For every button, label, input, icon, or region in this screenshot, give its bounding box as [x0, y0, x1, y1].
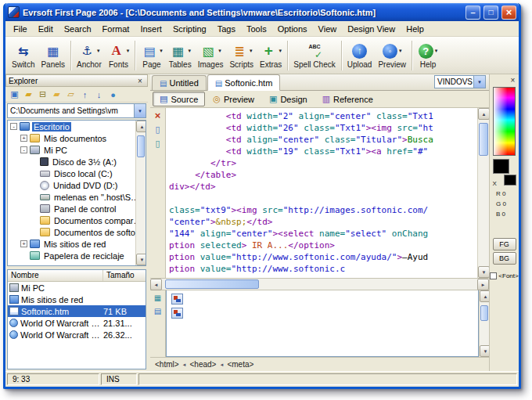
folder-tree-icon[interactable]: [37, 88, 49, 100]
tree-item-mi-pc[interactable]: -Mi PC: [8, 144, 146, 156]
editor-vertical-scrollbar[interactable]: [477, 108, 489, 278]
dropdown-arrow-icon[interactable]: ▾: [279, 48, 282, 54]
tag-path-meta[interactable]: <meta>: [227, 360, 253, 369]
minimize-button[interactable]: [466, 5, 480, 20]
menu-insert[interactable]: Insert: [135, 23, 167, 35]
grid-icon[interactable]: [153, 306, 163, 316]
tree-item-escritorio[interactable]: -Escritorio: [8, 121, 146, 132]
scroll-thumb[interactable]: [137, 135, 145, 157]
editor-horizontal-scrollbar[interactable]: [150, 279, 489, 290]
scroll-down-button[interactable]: [136, 254, 146, 265]
foreground-color-swatch[interactable]: [493, 159, 509, 174]
file-row-world-of-warcraft[interactable]: World Of Warcraft - ...26.32...: [8, 329, 146, 341]
view-tab-source[interactable]: Source: [153, 92, 205, 106]
dropdown-arrow-icon[interactable]: ▾: [218, 48, 221, 54]
desktop-icon[interactable]: [9, 88, 20, 100]
encoding-combobox[interactable]: VINDOVS: [434, 75, 486, 88]
dropdown-arrow-icon[interactable]: ▾: [188, 48, 191, 54]
tree-item-disco-local-c[interactable]: Disco local (C:): [8, 168, 146, 179]
scroll-track[interactable]: [478, 120, 489, 266]
maximize-button[interactable]: [483, 5, 498, 20]
layout-icon[interactable]: [153, 293, 163, 303]
dropdown-arrow-icon[interactable]: ▾: [127, 48, 130, 54]
arrow-up-icon[interactable]: [79, 88, 91, 100]
folder-closed-icon[interactable]: [51, 88, 63, 100]
tree-item-mis-documentos[interactable]: +Mis documentos: [8, 132, 146, 144]
menu-help[interactable]: Help: [401, 23, 430, 35]
images-button[interactable]: ▾Images: [195, 38, 227, 73]
column-header-size[interactable]: Tamaño: [103, 270, 146, 281]
fonts-button[interactable]: ▾Fonts: [105, 38, 133, 73]
tree-item-panel-de-control[interactable]: Panel de control: [8, 203, 146, 214]
tag-path-html[interactable]: <html>: [155, 360, 179, 369]
dropdown-arrow-icon[interactable]: ▾: [97, 48, 100, 54]
tag-path-head[interactable]: <head>: [190, 360, 217, 369]
extras-button[interactable]: ▾Extras: [257, 38, 285, 73]
scripts-button[interactable]: ▾Scripts: [226, 38, 257, 73]
title-bar[interactable]: Evrsoft First Page 2006 - [C:\Documents …: [5, 3, 519, 21]
panels-button[interactable]: Panels: [38, 38, 68, 73]
menu-format[interactable]: Format: [97, 23, 135, 35]
path-combobox[interactable]: C:\Documents and Settings\vm: [7, 103, 146, 118]
upload-button[interactable]: Upload: [344, 38, 376, 73]
scroll-left-button[interactable]: [150, 279, 162, 290]
tree-vertical-scrollbar[interactable]: [135, 121, 146, 265]
scroll-thumb[interactable]: [480, 305, 488, 321]
tree-expander-icon[interactable]: -: [10, 123, 17, 130]
explorer-close-icon[interactable]: [135, 76, 145, 85]
tree-item-mis-sitios-de-red[interactable]: +Mis sitios de red: [8, 238, 146, 250]
tree-expander-icon[interactable]: +: [20, 135, 27, 142]
folder-open-icon[interactable]: [65, 88, 77, 100]
color-panel-close-icon[interactable]: [508, 75, 518, 85]
scroll-thumb[interactable]: [479, 123, 488, 156]
menu-tags[interactable]: Tags: [212, 23, 241, 35]
view-tab-preview[interactable]: Preview: [206, 92, 261, 106]
close-button[interactable]: [501, 5, 516, 20]
assets-vertical-scrollbar[interactable]: [479, 290, 489, 357]
scroll-down-button[interactable]: [478, 266, 490, 278]
file-row-mi-pc[interactable]: Mi PC: [8, 282, 146, 294]
scroll-up-button[interactable]: [478, 108, 490, 120]
menu-options[interactable]: Options: [272, 23, 313, 35]
file-list[interactable]: Nombre Tamaño Mi PCMis sitios de redSoft…: [7, 269, 146, 369]
tree-item-melenas-en-host-shared-fo[interactable]: melenas en ".host\Shared Fo: [8, 191, 146, 203]
tree-item-papelera-de-reciclaje[interactable]: Papelera de reciclaje: [8, 250, 146, 261]
menu-scripting[interactable]: Scripting: [167, 23, 212, 35]
font-checkbox[interactable]: [490, 272, 497, 279]
folder-up-icon[interactable]: [23, 88, 34, 100]
dropdown-arrow-icon[interactable]: ▾: [435, 48, 438, 54]
menu-tools[interactable]: Tools: [241, 23, 272, 35]
page-button[interactable]: ▾Page: [138, 38, 166, 73]
tree-item-documentos-de-softonic[interactable]: Documentos de softonic: [8, 226, 146, 238]
preview-button[interactable]: ▾Preview: [375, 38, 409, 73]
scroll-track[interactable]: [136, 132, 146, 254]
dropdown-arrow-icon[interactable]: ▾: [399, 48, 402, 54]
color-spectrum[interactable]: [493, 87, 516, 156]
file-row-mis-sitios-de-red[interactable]: Mis sitios de red: [8, 294, 146, 305]
tables-button[interactable]: ▾Tables: [166, 38, 195, 73]
fg-button[interactable]: FG: [493, 238, 516, 250]
copy-icon[interactable]: [153, 124, 164, 135]
view-tab-design[interactable]: Design: [262, 92, 315, 106]
scroll-thumb[interactable]: [165, 279, 259, 289]
tree-item-documentos-compartidos[interactable]: Documentos compartidos: [8, 214, 146, 226]
help-button[interactable]: ▾Help: [415, 38, 441, 73]
scroll-right-button[interactable]: [477, 279, 489, 290]
tree-item-unidad-dvd-d[interactable]: Unidad DVD (D:): [8, 179, 146, 191]
code-editor[interactable]: <td width="2" align="center" class="Txt1…: [166, 108, 477, 278]
scroll-up-button[interactable]: [136, 121, 146, 132]
path-dropdown-button[interactable]: [134, 104, 146, 117]
dropdown-arrow-icon[interactable]: ▾: [250, 48, 253, 54]
folder-tree[interactable]: -Escritorio+Mis documentos-Mi PCDisco de…: [7, 120, 146, 266]
menu-design-view[interactable]: Design View: [342, 23, 401, 35]
file-row-softonic-htm[interactable]: Softonic.htm71 KB: [8, 305, 146, 317]
column-header-name[interactable]: Nombre: [8, 270, 103, 281]
menu-edit[interactable]: Edit: [33, 23, 59, 35]
close-icon[interactable]: [153, 110, 164, 121]
doc-tab-softonic-htm[interactable]: Softonic.htm: [207, 74, 281, 91]
image-file-icon[interactable]: [171, 294, 183, 305]
tree-item-disco-de-3-a[interactable]: Disco de 3½ (A:): [8, 156, 146, 168]
paste-icon[interactable]: [153, 138, 164, 149]
switch-button[interactable]: Switch: [9, 38, 38, 73]
tree-expander-icon[interactable]: -: [20, 146, 27, 153]
